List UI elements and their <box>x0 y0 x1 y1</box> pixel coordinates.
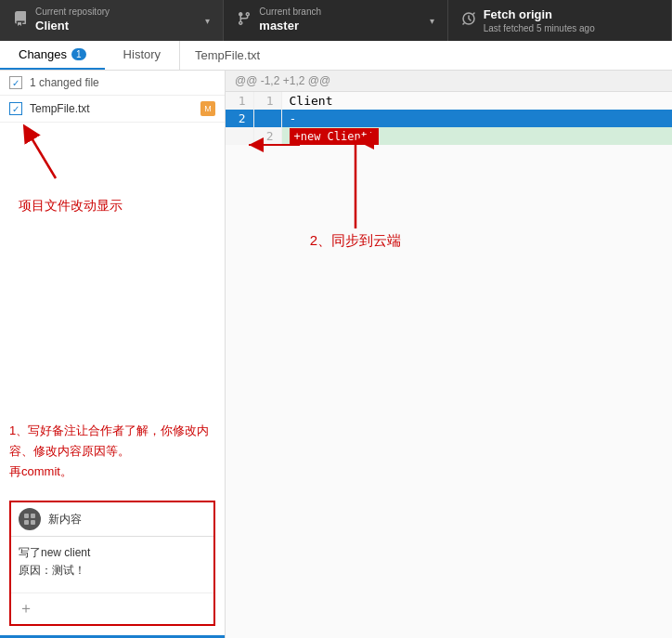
diff-content-1: Client <box>281 92 672 110</box>
branch-label: Current branch <box>259 7 321 18</box>
bottom-annotation: 1、写好备注让合作者了解，你修改内容、修改内容原因等。再commit。 <box>0 411 225 491</box>
current-branch-button[interactable]: Current branch master ▾ <box>224 0 447 41</box>
fetch-text-block: Fetch origin Last fetched 5 minutes ago <box>484 7 595 34</box>
repo-name: Client <box>35 18 110 34</box>
changed-files-header: 1 changed file <box>0 71 225 96</box>
commit-body-line2: 原因：测试！ <box>19 562 206 579</box>
svg-rect-1 <box>31 514 35 518</box>
repo-icon <box>13 11 28 30</box>
changed-files-text: 1 changed file <box>30 76 99 89</box>
fetch-label: Fetch origin <box>484 7 595 23</box>
diff-new-num-1: 1 <box>253 92 281 110</box>
branch-chevron: ▾ <box>430 16 434 26</box>
commit-add-icon[interactable]: ＋ <box>19 599 33 618</box>
changes-count-badge: 1 <box>71 48 86 60</box>
commit-avatar-icon <box>19 508 41 530</box>
diff-header: @@ -1,2 +1,2 @@ <box>226 71 672 92</box>
main-content: 1 changed file TempFile.txt M 项目文件改动显示 <box>0 71 672 638</box>
tab-filename: TempFile.txt <box>179 41 275 70</box>
left-panel: 1 changed file TempFile.txt M 项目文件改动显示 <box>0 71 226 638</box>
diff-row-1: 1 1 Client <box>226 92 672 110</box>
repo-label: Current repository <box>35 7 110 18</box>
changes-tab-label: Changes <box>19 47 67 61</box>
fetch-icon <box>461 11 476 30</box>
tab-history[interactable]: History <box>105 41 179 70</box>
diff-content-2: - <box>281 110 672 127</box>
commit-footer: ＋ <box>11 592 213 624</box>
commit-header: 新内容 <box>11 502 213 537</box>
diff-old-num-1: 1 <box>226 92 253 110</box>
arrow-left-svg <box>9 113 158 188</box>
bottom-annotation-text: 1、写好备注让合作者了解，你修改内容、修改内容原因等。再commit。 <box>9 423 209 478</box>
svg-rect-2 <box>24 520 29 525</box>
select-all-checkbox[interactable] <box>9 76 22 89</box>
tab-changes[interactable]: Changes 1 <box>0 41 105 70</box>
right-panel-arrow-left <box>244 117 318 176</box>
filename-label: TempFile.txt <box>195 48 260 62</box>
repo-text-block: Current repository Client <box>35 7 110 34</box>
annotation-left-text: 项目文件改动显示 <box>19 197 215 215</box>
center-annotation-text: 2、同步到云端 <box>300 232 411 250</box>
file-modified-badge: M <box>200 101 215 116</box>
svg-rect-0 <box>24 514 29 518</box>
right-panel: @@ -1,2 +1,2 @@ 1 1 Client 2 - 2 <box>226 71 672 638</box>
repo-chevron: ▾ <box>205 16 210 26</box>
svg-rect-3 <box>31 520 35 525</box>
fetch-origin-button[interactable]: Fetch origin Last fetched 5 minutes ago <box>448 0 672 41</box>
current-repo-button[interactable]: Current repository Client ▾ <box>0 0 224 41</box>
tabs-row: Changes 1 History TempFile.txt <box>0 41 672 71</box>
commit-title: 新内容 <box>48 512 82 527</box>
branch-icon <box>237 11 252 30</box>
top-bar: Current repository Client ▾ Current bran… <box>0 0 672 41</box>
arrow-left-right-svg <box>244 117 318 173</box>
fetch-sublabel: Last fetched 5 minutes ago <box>484 23 595 34</box>
history-tab-label: History <box>123 47 161 61</box>
branch-name: master <box>259 18 321 34</box>
commit-body: 写了new client 原因：测试！ <box>11 537 213 592</box>
commit-body-line1: 写了new client <box>19 544 206 562</box>
commit-area: 新内容 写了new client 原因：测试！ ＋ <box>9 501 215 626</box>
branch-text-block: Current branch master <box>259 7 321 34</box>
